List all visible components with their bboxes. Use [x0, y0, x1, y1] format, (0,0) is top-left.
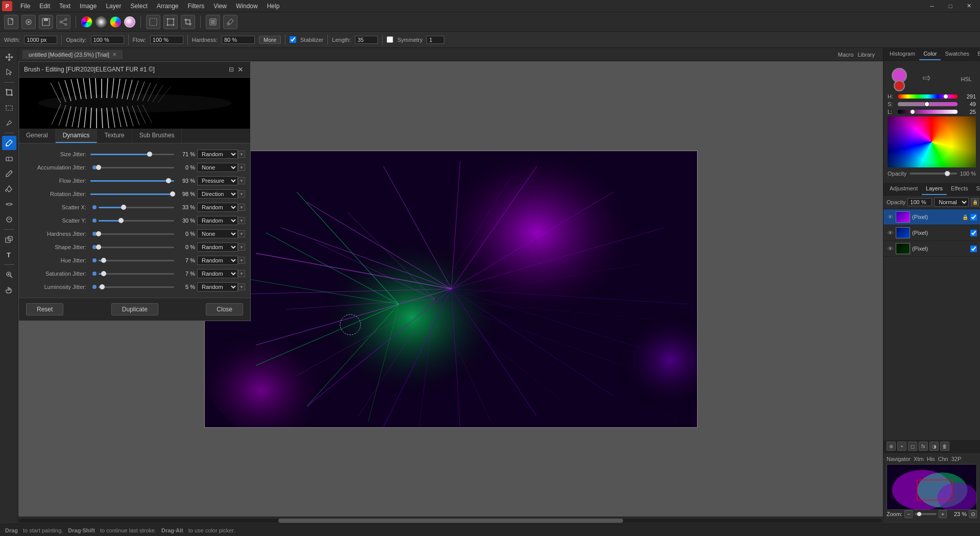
tab-brushes[interactable]: Brushes: [973, 48, 980, 60]
brush-tab-general[interactable]: General: [19, 129, 56, 143]
move-tool[interactable]: [2, 50, 16, 64]
document-tab[interactable]: untitled [Modified] (23.5%) [Trial] ✕: [22, 50, 123, 59]
menu-layer[interactable]: Layer: [102, 2, 125, 11]
new-file-button[interactable]: [4, 15, 18, 29]
duplicate-button[interactable]: Duplicate: [111, 303, 158, 315]
window-minimize-button[interactable]: ─: [923, 0, 941, 12]
tab-library[interactable]: Library: [857, 52, 875, 58]
color-circle-button[interactable]: [124, 16, 135, 28]
scatter-x-control[interactable]: RandomNonePressure: [197, 203, 238, 212]
layer-item-2[interactable]: 👁 (Pixel): [883, 225, 980, 241]
color-gradient[interactable]: [888, 116, 976, 167]
layer-2-visibility[interactable]: 👁: [887, 229, 894, 236]
layer-1-visibility[interactable]: 👁: [887, 213, 894, 221]
layer-1-lock[interactable]: 🔒: [962, 214, 968, 220]
menu-select[interactable]: Select: [126, 2, 151, 11]
eraser-tool[interactable]: [2, 151, 16, 165]
tab-layers[interactable]: Layers: [922, 183, 947, 195]
rotation-jitter-extra[interactable]: ▼: [238, 190, 245, 198]
saturation-jitter-slider[interactable]: [99, 270, 174, 277]
mask-button[interactable]: ◻: [908, 442, 917, 451]
swap-colors-icon[interactable]: [921, 74, 930, 83]
symmetry-input[interactable]: [426, 36, 444, 44]
delete-layer-button[interactable]: 🗑: [940, 442, 949, 451]
scatter-x-slider[interactable]: [99, 204, 174, 211]
navigator-xtm[interactable]: Xtm: [914, 456, 924, 462]
transform-button[interactable]: [163, 15, 178, 29]
blend-mode-select[interactable]: Normal Multiply Screen Overlay: [934, 198, 969, 207]
hue-jitter-slider[interactable]: [99, 257, 174, 264]
menu-filters[interactable]: Filters: [184, 2, 209, 11]
width-input[interactable]: [24, 36, 57, 44]
fit-canvas-button[interactable]: ⊙: [969, 510, 977, 518]
hue-circle-button[interactable]: [110, 16, 121, 28]
new-group-button[interactable]: ⊕: [887, 442, 896, 451]
hardness-jitter-control[interactable]: NoneRandomPressure: [197, 229, 238, 238]
luminosity-extra[interactable]: ▼: [238, 283, 245, 290]
flow-jitter-slider[interactable]: [90, 177, 174, 184]
type-tool[interactable]: T: [2, 248, 16, 262]
shape-jitter-slider[interactable]: [99, 243, 174, 251]
layer-item-3[interactable]: 👁 (Pixel): [883, 241, 980, 257]
dodge-tool[interactable]: [2, 212, 16, 227]
save-file-button[interactable]: [39, 15, 53, 29]
zoom-in-button[interactable]: +: [939, 510, 947, 518]
layer-3-visibility[interactable]: 👁: [887, 245, 894, 252]
accumulation-jitter-slider[interactable]: [99, 164, 174, 171]
navigator-his[interactable]: His: [927, 456, 935, 462]
hardness-jitter-slider[interactable]: [99, 230, 174, 237]
layer-3-lock[interactable]: [962, 246, 968, 252]
brush-tab-texture[interactable]: Texture: [97, 129, 132, 143]
opacity-slider[interactable]: [910, 173, 957, 175]
scatter-y-control[interactable]: RandomNonePressure: [197, 216, 238, 225]
brush-tab-dynamics[interactable]: Dynamics: [56, 129, 98, 143]
canvas[interactable]: [204, 151, 698, 428]
layer-opacity-input[interactable]: [907, 198, 932, 206]
brush-editor-header[interactable]: Brush - Editing [FUR2020|ELEGANT FUR #1 …: [19, 62, 250, 78]
tab-macro[interactable]: Macro: [838, 52, 854, 58]
scatter-y-extra[interactable]: ▼: [238, 217, 245, 224]
crop-button[interactable]: [181, 15, 195, 29]
menu-help[interactable]: Help: [263, 2, 284, 11]
hscroll-thumb[interactable]: [278, 519, 624, 523]
selection-tool[interactable]: [2, 65, 16, 80]
layer-1-checkbox[interactable]: [970, 214, 977, 221]
hue-jitter-control[interactable]: RandomNonePressure: [197, 256, 238, 265]
tab-histogram[interactable]: Histogram: [886, 48, 919, 60]
brush-editor-close[interactable]: ✕: [236, 65, 245, 74]
hardness-extra[interactable]: ▼: [238, 230, 245, 237]
canvas-container[interactable]: Brush - Editing [FUR2020|ELEGANT FUR #1 …: [18, 61, 883, 517]
layer-lock-icon[interactable]: 🔒: [971, 198, 979, 206]
share-button[interactable]: [56, 15, 70, 29]
hand-tool[interactable]: [2, 283, 16, 297]
flow-input[interactable]: [150, 36, 183, 44]
reset-button[interactable]: Reset: [26, 303, 63, 315]
close-tab-button[interactable]: ✕: [112, 52, 116, 57]
tab-effects[interactable]: Effects: [947, 183, 972, 195]
fill-tool[interactable]: [2, 182, 16, 196]
symmetry-checkbox[interactable]: [387, 36, 393, 43]
adjustment-button[interactable]: ◑: [929, 442, 939, 451]
color-wheel-button[interactable]: [81, 16, 92, 28]
tone-circle-button[interactable]: [95, 16, 107, 28]
shape-extra[interactable]: ▼: [238, 243, 245, 251]
open-file-button[interactable]: [21, 15, 36, 29]
accumulation-jitter-control[interactable]: NoneRandomPressure: [197, 163, 238, 172]
length-input[interactable]: [355, 36, 378, 44]
h-slider[interactable]: [898, 94, 958, 99]
layer-3-checkbox[interactable]: [970, 246, 977, 252]
menu-view[interactable]: View: [209, 2, 231, 11]
saturation-extra[interactable]: ▼: [238, 270, 245, 277]
navigator-preview[interactable]: [887, 464, 977, 510]
rotation-jitter-control[interactable]: DirectionNoneRandomPressure: [197, 189, 238, 199]
luminosity-jitter-slider[interactable]: [99, 283, 174, 290]
zoom-slider[interactable]: [915, 513, 937, 515]
tab-styles[interactable]: Styles: [972, 183, 981, 195]
menu-arrange[interactable]: Arrange: [153, 2, 183, 11]
navigator-chn[interactable]: Chn: [938, 456, 948, 462]
brush-tool[interactable]: [2, 136, 16, 150]
size-jitter-slider[interactable]: [90, 151, 174, 158]
size-jitter-control[interactable]: RandomNonePressureDirection: [197, 150, 238, 159]
menu-edit[interactable]: Edit: [35, 2, 54, 11]
menu-text[interactable]: Text: [55, 2, 75, 11]
